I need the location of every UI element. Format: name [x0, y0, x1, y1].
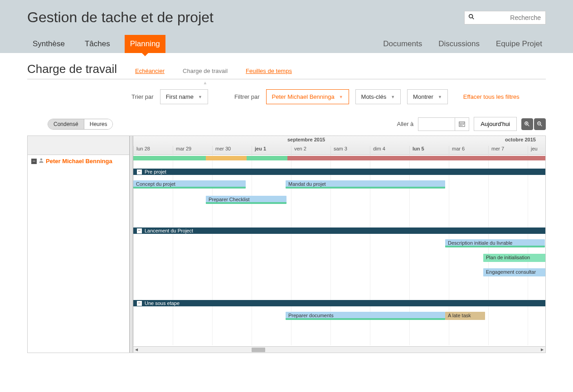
scroll-right-arrow[interactable]: ▶ — [539, 347, 545, 353]
day-label: lun 5 — [409, 146, 449, 155]
day-label: jeu — [528, 146, 545, 155]
load-segment — [247, 156, 287, 160]
keywords-dropdown[interactable]: Mots-clés ▼ — [355, 89, 401, 104]
phase-label: Pre projet — [145, 169, 166, 174]
nav-discussions[interactable]: Discussions — [435, 35, 483, 53]
day-label: ven 2 — [291, 146, 330, 155]
horizontal-scrollbar[interactable]: ◀ ▶ — [133, 346, 545, 353]
day-label: mar 29 — [173, 146, 212, 155]
goto-date-input[interactable] — [418, 117, 469, 131]
person-icon — [39, 158, 44, 165]
phase-bar[interactable]: −Lancement du Project — [133, 227, 545, 234]
nav-equipe[interactable]: Equipe Projet — [492, 35, 546, 53]
task-bar[interactable]: A late task — [445, 312, 485, 320]
phase-bar[interactable]: −Une sous etape — [133, 300, 545, 306]
person-name[interactable]: Peter Michael Benninga — [46, 158, 112, 165]
collapse-icon[interactable]: − — [137, 169, 142, 174]
phase-label: Une sous etape — [145, 300, 180, 306]
timeline-body[interactable]: −Pre projet−Lancement du Project−Une sou… — [133, 155, 545, 345]
subtab-echeancier[interactable]: Echéancier — [135, 66, 165, 76]
day-label: lun 28 — [133, 146, 173, 155]
task-bar[interactable]: Plan de initialisation — [483, 254, 545, 262]
goto-label: Aller à — [397, 121, 414, 127]
resource-header — [28, 136, 129, 155]
day-label: dim 4 — [370, 146, 409, 155]
tab-planning[interactable]: Planning — [125, 35, 165, 53]
app-title: Gestion de tache et de projet — [27, 9, 214, 26]
clear-filters-link[interactable]: Effacer tous les filtres — [463, 93, 520, 100]
day-label: mer 30 — [212, 146, 252, 155]
toggle-hours[interactable]: Heures — [84, 119, 113, 129]
svg-line-15 — [540, 124, 542, 126]
section-title: Charge de travail — [27, 62, 117, 76]
gantt-chart: − Peter Michael Benninga septembre 2015o… — [27, 136, 546, 353]
task-bar[interactable]: Preparer Checklist — [206, 196, 286, 204]
svg-rect-6 — [461, 124, 462, 125]
caret-down-icon: ▼ — [198, 95, 202, 99]
collapse-icon[interactable]: − — [137, 301, 142, 306]
show-dropdown[interactable]: Montrer ▼ — [407, 89, 448, 104]
calendar-icon[interactable] — [455, 118, 469, 131]
sort-label: Trier par — [131, 93, 154, 100]
task-bar[interactable]: Concept du projet — [133, 180, 246, 189]
svg-point-17 — [40, 159, 43, 161]
phase-bar[interactable]: −Pre projet — [133, 169, 545, 175]
timeline-header: septembre 2015octobre 2015 lun 28mar 29m… — [133, 136, 545, 155]
day-label: jeu 1 — [252, 146, 291, 155]
svg-rect-5 — [460, 124, 461, 125]
task-bar[interactable]: Mandat du projet — [286, 180, 445, 189]
svg-point-0 — [469, 15, 473, 18]
month-label: octobre 2015 — [505, 137, 536, 142]
subtab-feuilles[interactable]: Feuilles de temps — [246, 66, 292, 76]
filter-value: Peter Michael Benninga — [272, 93, 335, 100]
gantt-timeline[interactable]: septembre 2015octobre 2015 lun 28mar 29m… — [133, 136, 545, 353]
show-label: Montrer — [413, 93, 433, 100]
svg-rect-7 — [463, 124, 464, 125]
task-bar[interactable]: Engagement consultar — [483, 268, 545, 276]
load-segment — [206, 156, 247, 160]
tab-synthese[interactable]: Synthèse — [27, 35, 70, 53]
view-toggle[interactable]: Condensé Heures — [48, 119, 113, 130]
nav-documents[interactable]: Documents — [379, 35, 426, 53]
svg-rect-8 — [460, 125, 461, 126]
svg-line-11 — [528, 124, 529, 126]
day-label: mer 7 — [488, 146, 528, 155]
sort-dropdown[interactable]: First name ▼ — [160, 89, 208, 104]
search-icon — [465, 14, 478, 21]
tab-taches[interactable]: Tâches — [79, 35, 116, 53]
month-label: septembre 2015 — [287, 137, 325, 142]
scroll-left-arrow[interactable]: ◀ — [133, 347, 140, 353]
keywords-label: Mots-clés — [361, 93, 387, 100]
collapse-icon[interactable]: − — [137, 228, 142, 233]
task-bar[interactable]: Description initiale du livrable — [445, 239, 545, 247]
resource-row[interactable]: − Peter Michael Benninga — [28, 155, 129, 167]
caret-down-icon: ▼ — [339, 95, 343, 99]
day-label: mar 6 — [449, 146, 488, 155]
load-segment — [287, 156, 545, 160]
zoom-out-button[interactable] — [534, 118, 546, 130]
toggle-condensed[interactable]: Condensé — [48, 119, 84, 129]
gantt-resource-panel: − Peter Michael Benninga — [28, 136, 130, 353]
subtab-charge[interactable]: Charge de travail — [183, 66, 228, 76]
task-bar[interactable]: Preparer documents — [286, 312, 445, 320]
load-segment — [133, 156, 206, 160]
workload-bar — [133, 156, 545, 160]
collapse-icon[interactable]: − — [31, 159, 37, 164]
day-label: sam 3 — [330, 146, 370, 155]
splitter-handle[interactable] — [130, 136, 133, 353]
search-box[interactable] — [464, 11, 546, 24]
filter-person-dropdown[interactable]: Peter Michael Benninga ▼ — [266, 89, 349, 104]
svg-line-1 — [472, 18, 474, 19]
svg-rect-9 — [461, 125, 462, 126]
filter-label: Filtrer par — [234, 93, 260, 100]
caret-down-icon: ▼ — [391, 95, 395, 99]
scroll-thumb[interactable] — [252, 348, 265, 352]
sort-value: First name — [166, 93, 194, 100]
phase-label: Lancement du Project — [145, 228, 193, 233]
today-button[interactable]: Aujourd'hui — [474, 117, 517, 131]
zoom-in-button[interactable] — [521, 118, 533, 130]
caret-down-icon: ▼ — [438, 95, 442, 99]
search-input[interactable] — [478, 14, 545, 21]
goto-date-field[interactable] — [418, 121, 455, 127]
